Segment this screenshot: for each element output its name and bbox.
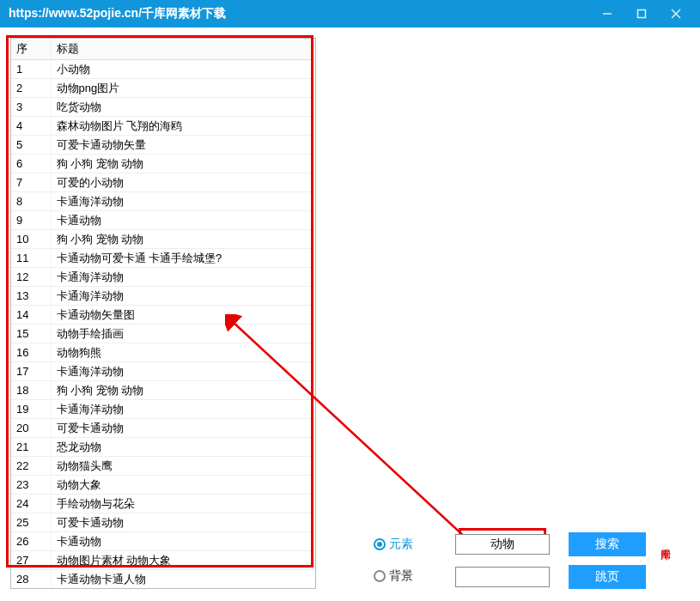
radio-element-label: 元素	[389, 537, 413, 552]
cell-seq: 9	[11, 211, 51, 230]
cell-title: 动物png图片	[51, 79, 315, 98]
table-row[interactable]: 7可爱的小动物	[11, 173, 315, 192]
cell-title: 狗 小狗 宠物 动物	[51, 230, 315, 249]
table-row[interactable]: 12卡通海洋动物	[11, 268, 315, 287]
radio-dot-unchecked-icon	[374, 570, 386, 582]
cell-title: 可爱的小动物	[51, 173, 315, 192]
table-row[interactable]: 15动物手绘插画	[11, 325, 315, 343]
cell-title: 卡通动物	[51, 532, 315, 551]
cell-title: 动物大象	[51, 476, 315, 495]
window-title: https://www.52pojie.cn/千库网素材下载	[9, 6, 590, 21]
cell-title: 森林动物图片 飞翔的海鸥	[51, 117, 315, 136]
table-row[interactable]: 13卡通海洋动物	[11, 287, 315, 306]
table-row[interactable]: 10狗 小狗 宠物 动物	[11, 230, 315, 249]
radio-element[interactable]: 元素	[374, 537, 413, 552]
cell-title: 卡通动物矢量图	[51, 306, 315, 325]
table-row[interactable]: 14卡通动物矢量图	[11, 306, 315, 325]
cell-seq: 6	[11, 155, 51, 173]
table-row[interactable]: 27动物图片素材 动物大象	[11, 551, 315, 570]
cell-title: 手绘动物与花朵	[51, 495, 315, 513]
cell-title: 卡通海洋动物	[51, 287, 315, 306]
table-row[interactable]: 18狗 小狗 宠物 动物	[11, 381, 315, 400]
cell-seq: 14	[11, 306, 51, 325]
table-row[interactable]: 20可爱卡通动物	[11, 419, 315, 438]
table-row[interactable]: 26卡通动物	[11, 532, 315, 551]
cell-seq: 16	[11, 343, 51, 362]
table-row[interactable]: 11卡通动物可爱卡通 卡通手绘城堡?	[11, 249, 315, 268]
results-scroll[interactable]: 序 标题 1小动物2动物png图片3吃货动物4森林动物图片 飞翔的海鸥5可爱卡通…	[11, 39, 315, 588]
jump-page-button[interactable]: 跳页	[569, 565, 646, 589]
cell-title: 小动物	[51, 60, 315, 79]
table-row[interactable]: 22动物猫头鹰	[11, 457, 315, 476]
table-row[interactable]: 16动物狗熊	[11, 343, 315, 362]
radio-background-label: 背景	[389, 568, 413, 584]
cell-seq: 4	[11, 117, 51, 136]
cell-title: 卡通海洋动物	[51, 268, 315, 287]
table-header-row: 序 标题	[11, 39, 315, 60]
table-row[interactable]: 24手绘动物与花朵	[11, 495, 315, 513]
cell-seq: 1	[11, 60, 51, 79]
cell-seq: 26	[11, 532, 51, 551]
cell-seq: 23	[11, 476, 51, 495]
cell-title: 可爱卡通动物	[51, 513, 315, 532]
cell-seq: 24	[11, 495, 51, 513]
cell-seq: 18	[11, 381, 51, 400]
cell-title: 恐龙动物	[51, 438, 315, 457]
title-bar: https://www.52pojie.cn/千库网素材下载	[0, 0, 700, 27]
results-panel: 序 标题 1小动物2动物png图片3吃货动物4森林动物图片 飞翔的海鸥5可爱卡通…	[10, 38, 316, 589]
radio-background[interactable]: 背景	[374, 568, 413, 584]
page-input[interactable]	[455, 567, 550, 587]
maximize-button[interactable]	[624, 0, 659, 27]
results-table: 序 标题 1小动物2动物png图片3吃货动物4森林动物图片 飞翔的海鸥5可爱卡通…	[11, 39, 315, 588]
cell-title: 卡通海洋动物	[51, 362, 315, 381]
table-row[interactable]: 21恐龙动物	[11, 438, 315, 457]
header-seq[interactable]: 序	[11, 39, 51, 60]
client-area: 序 标题 1小动物2动物png图片3吃货动物4森林动物图片 飞翔的海鸥5可爱卡通…	[0, 27, 700, 601]
cell-title: 狗 小狗 宠物 动物	[51, 381, 315, 400]
cell-seq: 11	[11, 249, 51, 268]
search-input[interactable]	[455, 534, 550, 555]
cell-seq: 12	[11, 268, 51, 287]
cell-title: 狗 小狗 宠物 动物	[51, 155, 315, 173]
cell-title: 卡通海洋动物	[51, 400, 315, 419]
cell-seq: 13	[11, 287, 51, 306]
table-row[interactable]: 8卡通海洋动物	[11, 192, 315, 211]
table-row[interactable]: 19卡通海洋动物	[11, 400, 315, 419]
svg-rect-1	[638, 10, 646, 18]
cell-seq: 7	[11, 173, 51, 192]
table-row[interactable]: 28卡通动物卡通人物	[11, 570, 315, 589]
cell-seq: 28	[11, 570, 51, 589]
cell-title: 卡通动物可爱卡通 卡通手绘城堡?	[51, 249, 315, 268]
table-row[interactable]: 9卡通动物	[11, 211, 315, 230]
table-row[interactable]: 25可爱卡通动物	[11, 513, 315, 532]
cell-title: 卡通海洋动物	[51, 192, 315, 211]
watermark-text: 千库网	[658, 540, 673, 543]
cell-seq: 19	[11, 400, 51, 419]
cell-seq: 21	[11, 438, 51, 457]
header-title[interactable]: 标题	[51, 39, 315, 60]
cell-title: 吃货动物	[51, 98, 315, 117]
cell-title: 卡通动物卡通人物	[51, 570, 315, 589]
table-row[interactable]: 3吃货动物	[11, 98, 315, 117]
table-row[interactable]: 17卡通海洋动物	[11, 362, 315, 381]
cell-seq: 2	[11, 79, 51, 98]
cell-title: 动物图片素材 动物大象	[51, 551, 315, 570]
cell-title: 卡通动物	[51, 211, 315, 230]
search-button[interactable]: 搜索	[569, 532, 646, 556]
table-row[interactable]: 5可爱卡通动物矢量	[11, 136, 315, 155]
cell-seq: 15	[11, 325, 51, 343]
cell-seq: 22	[11, 457, 51, 476]
table-row[interactable]: 1小动物	[11, 60, 315, 79]
minimize-button[interactable]	[590, 0, 624, 27]
cell-title: 可爱卡通动物	[51, 419, 315, 438]
close-button[interactable]	[659, 0, 693, 27]
table-row[interactable]: 4森林动物图片 飞翔的海鸥	[11, 117, 315, 136]
cell-seq: 8	[11, 192, 51, 211]
table-row[interactable]: 23动物大象	[11, 476, 315, 495]
cell-seq: 25	[11, 513, 51, 532]
table-row[interactable]: 2动物png图片	[11, 79, 315, 98]
cell-seq: 27	[11, 551, 51, 570]
cell-title: 动物手绘插画	[51, 325, 315, 343]
table-row[interactable]: 6狗 小狗 宠物 动物	[11, 155, 315, 173]
cell-seq: 20	[11, 419, 51, 438]
